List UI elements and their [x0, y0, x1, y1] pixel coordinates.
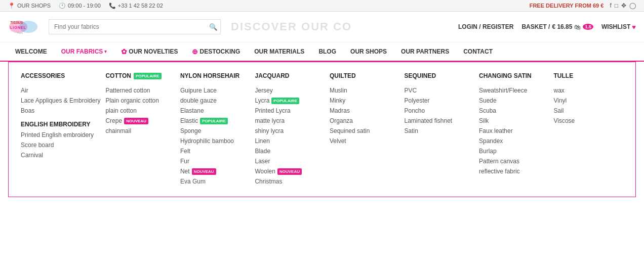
item-badge-1-3: NOUVEAU: [124, 118, 148, 124]
list-item[interactable]: Laser: [255, 156, 325, 166]
list-item[interactable]: Satin: [404, 126, 474, 136]
list-item-label: Fur: [180, 158, 189, 165]
nav-item-fabrics[interactable]: OUR FABRICS ▾: [54, 43, 114, 60]
list-item[interactable]: Elastane: [180, 106, 250, 116]
list-item[interactable]: LycraPOPULAIRE: [255, 96, 325, 106]
nav-item-contact[interactable]: CONTACT: [456, 43, 500, 60]
nav-welcome-label: WELCOME: [15, 48, 47, 55]
facebook-icon[interactable]: f: [610, 2, 611, 9]
list-item[interactable]: Sail: [553, 106, 623, 116]
list-item[interactable]: CrepeNOUVEAU: [105, 116, 175, 126]
basket-area[interactable]: BASKET / € 16.85 🛍 1.5: [521, 23, 593, 31]
list-item[interactable]: Linen: [255, 136, 325, 146]
list-item-label: double gauze: [180, 97, 217, 104]
nav-item-destocking[interactable]: ⊕ DESTOCKING: [185, 42, 247, 61]
list-item-label: Eva Gum: [180, 178, 206, 185]
nav-item-welcome[interactable]: WELCOME: [8, 43, 54, 60]
list-item[interactable]: Jersey: [255, 85, 325, 96]
login-register-link[interactable]: LOGIN / REGISTER: [458, 23, 513, 30]
list-item[interactable]: double gauze: [180, 96, 250, 106]
list-item[interactable]: Eva Gum: [180, 176, 250, 187]
list-item[interactable]: Guipure Lace: [180, 85, 250, 96]
list-item[interactable]: NetNOUVEAU: [180, 166, 250, 176]
list-item[interactable]: Boas: [21, 106, 100, 116]
list-item[interactable]: plain cotton: [105, 106, 175, 116]
list-item[interactable]: Minky: [330, 96, 399, 106]
list-item[interactable]: Organza: [330, 116, 399, 126]
list-item[interactable]: reflective fabric: [479, 166, 549, 176]
list-item[interactable]: WoolenNOUVEAU: [255, 166, 325, 176]
list-item[interactable]: Lace Appliques & Embroidery: [21, 96, 100, 106]
item-badge-3-8: NOUVEAU: [277, 168, 302, 175]
list-item[interactable]: Score board: [21, 140, 100, 150]
list-item[interactable]: Printed Lycra: [255, 106, 325, 116]
list-item[interactable]: Poncho: [404, 106, 474, 116]
dropdown-col-4: QUILTEDMuslinMinkyMadrasOrganzaSequined …: [330, 72, 399, 187]
list-item-label: Lace Appliques & Embroidery: [21, 97, 100, 104]
basket-label: BASKET /: [521, 23, 550, 30]
list-item[interactable]: Sweatshirt/Fleece: [479, 85, 549, 96]
list-item[interactable]: ElasticPOPULAIRE: [180, 116, 250, 126]
list-item-label: Lycra: [255, 97, 269, 104]
list-item[interactable]: Christmas: [255, 176, 325, 187]
list-item-label: Linen: [255, 137, 269, 145]
nav-materials-label: OUR MATERIALS: [254, 48, 304, 55]
list-item[interactable]: matte lycra: [255, 116, 325, 126]
list-item[interactable]: Vinyl: [553, 96, 623, 106]
pinterest-icon[interactable]: ◯: [629, 2, 636, 9]
list-item[interactable]: Hydrophilic bamboo: [180, 136, 250, 146]
list-item[interactable]: Velvet: [330, 136, 399, 146]
list-item[interactable]: Air: [21, 85, 100, 96]
list-item[interactable]: Laminated fishnet: [404, 116, 474, 126]
svg-text:TISSUS: TISSUS: [10, 21, 23, 24]
search-button[interactable]: 🔍: [209, 23, 218, 31]
search-input[interactable]: [49, 19, 221, 34]
list-item-label: Organza: [330, 117, 353, 124]
list-item[interactable]: chainmail: [105, 126, 175, 136]
logo[interactable]: TISSUS LIONEL Paris: [8, 17, 38, 37]
list-item-label: Pattern canvas: [479, 158, 519, 165]
list-item[interactable]: Sponge: [180, 126, 250, 136]
list-item[interactable]: Silk: [479, 116, 549, 126]
list-item[interactable]: Pattern canvas: [479, 156, 549, 166]
list-item[interactable]: Polyester: [404, 96, 474, 106]
list-item-label: plain cotton: [105, 107, 136, 114]
list-item[interactable]: Scuba: [479, 106, 549, 116]
our-shops-link[interactable]: 📍 OUR SHOPS: [8, 3, 51, 9]
nav-item-shops[interactable]: OUR SHOPS: [343, 43, 394, 60]
list-item[interactable]: wax: [553, 85, 623, 96]
dropdown-col-1: COTTONPOPULAIREPatterned cottonPlain org…: [105, 72, 175, 187]
list-item[interactable]: Plain organic cotton: [105, 96, 175, 106]
top-bar-right: FREE DELIVERY FROM 69 € f □ ✥ ◯: [530, 2, 636, 9]
list-item-label: Sponge: [180, 127, 201, 134]
list-item[interactable]: Madras: [330, 106, 399, 116]
list-item[interactable]: Printed English embroidery: [21, 130, 100, 140]
list-item[interactable]: Carnival: [21, 150, 100, 160]
nav-item-novelties[interactable]: ✿ OUR NOVELTIES: [114, 42, 185, 61]
list-item[interactable]: Patterned cotton: [105, 85, 175, 96]
list-item-label: Guipure Lace: [180, 87, 217, 94]
dropdown-col-7: TULLEwaxVinylSailViscose: [553, 72, 623, 187]
list-item[interactable]: Burlap: [479, 146, 549, 156]
list-item[interactable]: shiny lycra: [255, 126, 325, 136]
list-item[interactable]: PVC: [404, 85, 474, 96]
nav-item-materials[interactable]: OUR MATERIALS: [247, 43, 311, 60]
list-item[interactable]: Blade: [255, 146, 325, 156]
list-item[interactable]: Muslin: [330, 85, 399, 96]
list-item[interactable]: Viscose: [553, 116, 623, 126]
list-item[interactable]: Fur: [180, 156, 250, 166]
twitter-icon[interactable]: ✥: [621, 2, 626, 9]
nav-item-partners[interactable]: OUR PARTNERS: [394, 43, 456, 60]
instagram-icon[interactable]: □: [615, 2, 618, 9]
list-item-label: Carnival: [21, 152, 43, 159]
list-item[interactable]: Felt: [180, 146, 250, 156]
list-item[interactable]: Suede: [479, 96, 549, 106]
list-item-label: Patterned cotton: [105, 87, 150, 94]
list-item[interactable]: Faux leather: [479, 126, 549, 136]
list-item-label: Laminated fishnet: [404, 117, 452, 124]
nav-item-blog[interactable]: BLOG: [311, 43, 343, 60]
wishlist-area[interactable]: WISHLIST ♥: [601, 23, 636, 31]
list-item[interactable]: Spandex: [479, 136, 549, 146]
list-item-label: Printed English embroidery: [21, 131, 94, 138]
list-item[interactable]: Sequined satin: [330, 126, 399, 136]
